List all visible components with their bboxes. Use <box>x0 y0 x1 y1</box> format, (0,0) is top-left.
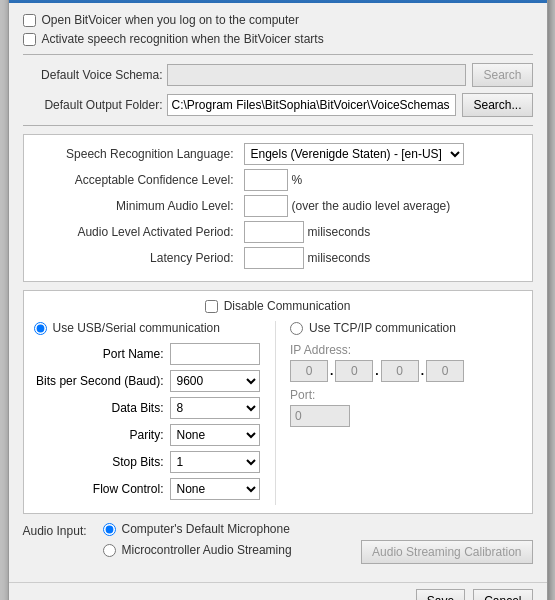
tcp-radio[interactable] <box>290 322 303 335</box>
language-select[interactable]: Engels (Verenigde Staten) - [en-US] <box>244 143 464 165</box>
activate-speech-checkbox[interactable] <box>23 33 36 46</box>
speech-section: Speech Recognition Language: Engels (Ver… <box>23 134 533 282</box>
data-bits-row: Data Bits: 8 <box>34 397 266 419</box>
cancel-button[interactable]: Cancel <box>473 589 532 600</box>
ip-address-label: IP Address: <box>290 343 522 357</box>
usb-radio-row: Use USB/Serial communication <box>34 321 266 335</box>
comm-left: Use USB/Serial communication Port Name: … <box>34 321 277 505</box>
activate-speech-row: Activate speech recognition when the Bit… <box>23 32 533 46</box>
audio-input-label: Audio Input: <box>23 524 103 538</box>
microcontroller-radio[interactable] <box>103 544 116 557</box>
tcp-label: Use TCP/IP communication <box>309 321 456 335</box>
disable-comm-row: Disable Communication <box>34 299 522 313</box>
activated-period-row: Audio Level Activated Period: 4000 milis… <box>34 221 522 243</box>
confidence-label: Acceptable Confidence Level: <box>34 173 234 187</box>
audio-level-label: Minimum Audio Level: <box>34 199 234 213</box>
save-button[interactable]: Save <box>416 589 465 600</box>
microcontroller-radio-row: Microcontroller Audio Streaming <box>103 543 292 557</box>
stop-bits-select[interactable]: 1 <box>170 451 260 473</box>
ip-section: IP Address: . . . <box>290 343 522 382</box>
stop-bits-row: Stop Bits: 1 <box>34 451 266 473</box>
default-mic-radio[interactable] <box>103 523 116 536</box>
output-folder-row: Default Output Folder: Search... <box>23 93 533 117</box>
parity-label: Parity: <box>34 428 164 442</box>
tcp-port-input[interactable] <box>290 405 350 427</box>
port-name-input[interactable]: COM7 <box>170 343 260 365</box>
audio-level-unit: (over the audio level average) <box>292 199 451 213</box>
port-label: Port: <box>290 388 522 402</box>
open-bitvoicer-label: Open BitVoicer when you log on to the co… <box>42 13 300 27</box>
default-mic-label: Computer's Default Microphone <box>122 522 290 536</box>
calibration-button[interactable]: Audio Streaming Calibration <box>361 540 532 564</box>
usb-radio[interactable] <box>34 322 47 335</box>
preferences-dialog: Preferences ✕ Open BitVoicer when you lo… <box>8 0 548 600</box>
output-folder-label: Default Output Folder: <box>23 98 163 112</box>
usb-label: Use USB/Serial communication <box>53 321 220 335</box>
microcontroller-label: Microcontroller Audio Streaming <box>122 543 292 557</box>
data-bits-label: Data Bits: <box>34 401 164 415</box>
audio-section: Audio Input: Computer's Default Micropho… <box>23 522 533 564</box>
comm-right: Use TCP/IP communication IP Address: . .… <box>276 321 522 505</box>
port-name-row: Port Name: COM7 <box>34 343 266 365</box>
disable-comm-checkbox[interactable] <box>205 300 218 313</box>
communication-section: Disable Communication Use USB/Serial com… <box>23 290 533 514</box>
port-name-label: Port Name: <box>34 347 164 361</box>
output-folder-search-button[interactable]: Search... <box>462 93 532 117</box>
ip-input-2[interactable] <box>335 360 373 382</box>
confidence-input[interactable]: 30 <box>244 169 288 191</box>
audio-level-input[interactable]: 6 <box>244 195 288 217</box>
baud-label: Bits per Second (Baud): <box>34 374 164 388</box>
tcp-radio-row: Use TCP/IP communication <box>290 321 522 335</box>
latency-row: Latency Period: 500 miliseconds <box>34 247 522 269</box>
stop-bits-label: Stop Bits: <box>34 455 164 469</box>
voice-schema-label: Default Voice Schema: <box>23 68 163 82</box>
voice-schema-row: Default Voice Schema: Search <box>23 63 533 87</box>
voice-schema-search-button[interactable]: Search <box>472 63 532 87</box>
port-section: Port: <box>290 388 522 427</box>
audio-level-row: Minimum Audio Level: 6 (over the audio l… <box>34 195 522 217</box>
data-bits-select[interactable]: 8 <box>170 397 260 419</box>
ip-input-4[interactable] <box>426 360 464 382</box>
microcontroller-row: Microcontroller Audio Streaming Audio St… <box>103 540 533 564</box>
output-folder-input[interactable] <box>167 94 457 116</box>
comm-columns: Use USB/Serial communication Port Name: … <box>34 321 522 505</box>
flow-control-label: Flow Control: <box>34 482 164 496</box>
activated-period-unit: miliseconds <box>308 225 371 239</box>
activated-period-label: Audio Level Activated Period: <box>34 225 234 239</box>
language-row: Speech Recognition Language: Engels (Ver… <box>34 143 522 165</box>
baud-row: Bits per Second (Baud): 9600 <box>34 370 266 392</box>
activate-speech-label: Activate speech recognition when the Bit… <box>42 32 324 46</box>
open-bitvoicer-row: Open BitVoicer when you log on to the co… <box>23 13 533 27</box>
latency-unit: miliseconds <box>308 251 371 265</box>
activated-period-input[interactable]: 4000 <box>244 221 304 243</box>
voice-schema-input[interactable] <box>167 64 467 86</box>
confidence-unit: % <box>292 173 303 187</box>
baud-select[interactable]: 9600 <box>170 370 260 392</box>
confidence-row: Acceptable Confidence Level: 30 % <box>34 169 522 191</box>
language-label: Speech Recognition Language: <box>34 147 234 161</box>
ip-row: . . . <box>290 360 522 382</box>
ip-input-1[interactable] <box>290 360 328 382</box>
latency-label: Latency Period: <box>34 251 234 265</box>
dialog-body: Open BitVoicer when you log on to the co… <box>9 3 547 582</box>
flow-control-select[interactable]: None <box>170 478 260 500</box>
audio-options: Computer's Default Microphone Microcontr… <box>103 522 533 564</box>
bottom-buttons: Save Cancel <box>9 582 547 600</box>
open-bitvoicer-checkbox[interactable] <box>23 14 36 27</box>
parity-row: Parity: None <box>34 424 266 446</box>
flow-control-row: Flow Control: None <box>34 478 266 500</box>
ip-input-3[interactable] <box>381 360 419 382</box>
default-mic-row: Computer's Default Microphone <box>103 522 533 536</box>
latency-input[interactable]: 500 <box>244 247 304 269</box>
disable-comm-label: Disable Communication <box>224 299 351 313</box>
parity-select[interactable]: None <box>170 424 260 446</box>
audio-input-container: Audio Input: Computer's Default Micropho… <box>23 522 533 564</box>
